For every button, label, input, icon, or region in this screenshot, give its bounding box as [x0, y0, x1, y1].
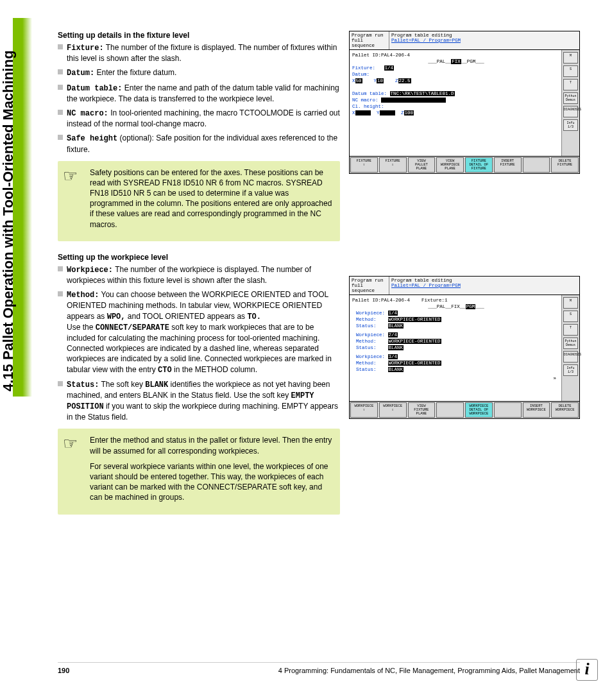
label-fixture: Fixture:	[67, 44, 104, 53]
sc2-side-m[interactable]: M	[563, 297, 578, 309]
text-method-break: Use the	[67, 323, 96, 332]
sc1-y2-lbl: Y	[377, 110, 380, 115]
sc1-sk-view-workpiece[interactable]: VIEW WORKPIECE PLANE	[436, 157, 464, 173]
chapter-title: 4 Programming: Fundamentals of NC, File …	[278, 667, 580, 674]
sc2-sidebar: M S T Python Demos DIAGNOSIS Info 1/3	[561, 295, 579, 401]
bullet-icon	[58, 69, 63, 74]
text-method-end: in the METHOD column.	[172, 365, 257, 374]
sc2-sk-blank2[interactable]	[494, 402, 522, 418]
sc1-side-m[interactable]: M	[563, 52, 578, 64]
sc2-m-lbl: Method:	[356, 339, 377, 344]
sc1-x-lbl: X	[352, 78, 355, 83]
sc1-side-diag[interactable]: DIAGNOSIS	[563, 106, 578, 117]
label-status: Status:	[67, 380, 99, 389]
sc1-datum-lbl: Datum:	[352, 72, 370, 77]
sc2-wp3-method: WORKPIECE-ORIENTED	[388, 361, 441, 366]
sc1-sk-blank[interactable]	[523, 157, 550, 173]
page-number: 190	[58, 667, 69, 674]
bullet-icon	[58, 381, 63, 386]
sc1-z2-val: 100	[404, 110, 414, 115]
sc2-wp1-n: 1/4	[388, 311, 398, 316]
sc2-sk-delete[interactable]: DELETE WORKPIECE	[551, 402, 579, 418]
sc2-title: Program table editing	[391, 278, 461, 283]
sc2-m-lbl: Method:	[356, 361, 377, 366]
text-nc-macro: In tool-oriented machining, the macro TC…	[67, 108, 340, 128]
sc2-sk-insert[interactable]: INSERT WORKPIECE	[523, 402, 550, 418]
screenshot-workpiece-level: Program run full sequence Program table …	[349, 276, 580, 419]
sc2-s-lbl: Status:	[356, 367, 377, 372]
bullet-icon	[58, 135, 63, 140]
sc2-sk-wp-up[interactable]: WORKPIECE ⇧	[350, 402, 378, 418]
bullet-icon	[58, 110, 63, 115]
heading-workpiece-level: Setting up the workpiece level	[58, 253, 340, 262]
sc1-nc-lbl: NC macro:	[352, 98, 378, 103]
sc1-sk-fixture-down[interactable]: FIXTURE ⇩	[379, 157, 407, 173]
sc2-side-t[interactable]: T	[563, 324, 578, 336]
label-datum: Datum:	[67, 69, 94, 78]
sc1-z-val: 22.5	[398, 78, 411, 83]
sc2-sk-view-fixture[interactable]: VIEW FIXTURE PLANE	[408, 402, 436, 418]
sc2-wp1-method: WORKPIECE-ORIENTED	[388, 317, 441, 322]
hand-icon: ☞	[63, 434, 78, 454]
sc2-s-lbl: Status:	[356, 345, 377, 350]
info-icon: i	[576, 659, 598, 681]
sc2-s-lbl: Status:	[356, 323, 377, 329]
bullet-icon	[58, 291, 63, 296]
sc1-side-python[interactable]: Python Demos	[563, 92, 578, 104]
sc1-z2-lbl: Z	[401, 110, 404, 115]
sc2-wp3-n: 3/4	[388, 354, 398, 359]
note-text-2a: Enter the method and status in the palle…	[90, 435, 332, 456]
sc2-wp-lbl: Workpiece:	[356, 311, 385, 316]
sc2-sk-blank1[interactable]	[436, 402, 464, 418]
hand-icon: ☞	[63, 166, 78, 186]
sc2-wp3-status: BLANK	[388, 367, 404, 372]
text-datum: Enter the fixture datum.	[94, 68, 176, 77]
sc1-mode: Program run full sequence	[350, 31, 389, 49]
sc1-cl-lbl: Cl. height:	[352, 104, 384, 109]
sc1-sub: Pallet=PAL / Program=PGM	[391, 38, 461, 43]
main-text-column: Setting up details in the fixture level …	[58, 31, 340, 515]
text-status-end: if you want to skip the workpiece during…	[67, 402, 338, 422]
sc2-wp-lbl: Workpiece:	[356, 354, 385, 359]
text-fixture: The number of the fixture is displayed. …	[67, 43, 337, 63]
sc2-wp-lbl: Workpiece:	[356, 332, 385, 337]
sc1-sk-delete[interactable]: DELETE FIXTURE	[551, 157, 579, 173]
sc1-z-lbl: Z	[395, 78, 398, 83]
note-text-2b: For several workpiece variants within on…	[90, 461, 332, 503]
sc1-side-s[interactable]: S	[563, 65, 578, 77]
mono-wpo: WPO,	[107, 312, 126, 321]
note-box-2: ☞ Enter the method and status in the pal…	[58, 429, 340, 514]
label-nc-macro: NC macro:	[67, 109, 108, 118]
sc1-side-t[interactable]: T	[563, 79, 578, 90]
footer: 190 4 Programming: Fundamentals of NC, F…	[58, 662, 580, 674]
sc2-side-diag[interactable]: DIAGNOSIS	[563, 351, 578, 363]
sc1-sk-detail[interactable]: FIXTURE DETAIL OF FIXTURE	[465, 157, 493, 173]
bullet-icon	[58, 44, 63, 49]
sc2-sk-detail[interactable]: WORKPIECE DETAIL OF WORKPIECE	[465, 402, 493, 418]
sc1-sk-view-pallet[interactable]: VIEW PALLET PLANE	[408, 157, 436, 173]
sc1-x-val: 50	[355, 78, 362, 83]
sc1-y-val: 10	[377, 78, 384, 83]
sc1-pallet-id: Pallet ID:PAL4-206-4	[352, 53, 410, 58]
sc2-side-python[interactable]: Python Demos	[563, 337, 578, 349]
sc1-sk-insert[interactable]: INSERT FIXTURE	[494, 157, 522, 173]
sc2-softkeys: WORKPIECE ⇧ WORKPIECE ⇩ VIEW FIXTURE PLA…	[350, 401, 579, 418]
mono-cto: CTO	[158, 366, 172, 375]
sc2-wp1-status: BLANK	[388, 323, 404, 329]
label-workpiece: Workpiece:	[67, 266, 113, 275]
sc1-side-info[interactable]: Info 1/3	[563, 119, 578, 131]
sc2-sk-wp-down[interactable]: WORKPIECE ⇩	[379, 402, 407, 418]
label-datum-table: Datum table:	[67, 84, 122, 93]
label-safe-height: Safe height	[67, 134, 117, 143]
sc2-wp2-method: WORKPIECE-ORIENTED	[388, 339, 441, 344]
label-method: Method:	[67, 291, 99, 300]
sc1-title: Program table editing	[391, 33, 461, 38]
sc2-side-info[interactable]: Info 1/3	[563, 364, 578, 376]
sc2-wp2-n: 2/4	[388, 332, 398, 337]
text-method-mid: and TOOL ORIENTED appears as	[126, 312, 248, 321]
sc2-mode: Program run full sequence	[350, 277, 389, 295]
sc2-sub: Pallet=PAL / Program=PGM	[391, 283, 461, 288]
sc1-sk-fixture-up[interactable]: FIXTURE ⇧	[350, 157, 378, 173]
sc2-side-s[interactable]: S	[563, 311, 578, 322]
sc2-pallet-id: Pallet ID:PAL4-206-4	[352, 298, 410, 303]
